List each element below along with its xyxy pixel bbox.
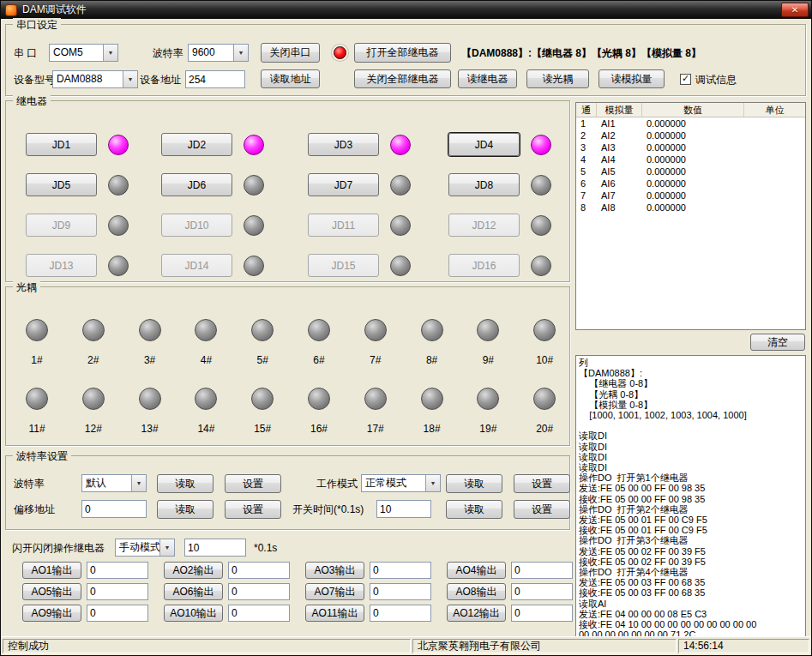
- unit-cell: [744, 190, 805, 202]
- baud-setting-select[interactable]: 默认 ▼: [81, 474, 147, 492]
- opto-channel-label: 19#: [479, 423, 496, 435]
- read-opto-button[interactable]: 读光耦: [526, 69, 589, 88]
- ao-output-button[interactable]: AO2输出: [164, 562, 223, 579]
- col-header-channel[interactable]: 通: [576, 103, 597, 117]
- ao-output-button[interactable]: AO8输出: [447, 583, 506, 600]
- open-all-relays-button[interactable]: 打开全部继电器: [354, 43, 451, 63]
- ao-output-button[interactable]: AO7输出: [305, 583, 364, 600]
- opto-channel: 7#: [363, 319, 388, 366]
- read-analog-button[interactable]: 读模拟量: [598, 69, 665, 88]
- relay-button[interactable]: JD8: [448, 173, 520, 196]
- relay-button[interactable]: JD16: [448, 254, 520, 277]
- relay-button[interactable]: JD7: [308, 173, 379, 196]
- close-all-relays-button[interactable]: 关闭全部继电器: [354, 69, 451, 88]
- analog-name-cell: AI6: [597, 178, 642, 190]
- relay-button[interactable]: JD3: [308, 133, 379, 156]
- close-serial-button[interactable]: 关闭串口: [261, 43, 320, 63]
- relay-led-indicator: [108, 175, 129, 196]
- opto-channel: 12#: [81, 388, 106, 435]
- ao-output-input[interactable]: [511, 583, 573, 600]
- channel-cell: 6: [576, 178, 597, 190]
- value-cell: 0.000000: [642, 166, 744, 178]
- relay-button[interactable]: JD1: [26, 133, 97, 156]
- switch-time-input[interactable]: [376, 500, 431, 518]
- relay-button[interactable]: JD15: [308, 254, 379, 277]
- ao-output-button[interactable]: AO3输出: [305, 562, 364, 579]
- ao-output-input[interactable]: [87, 583, 148, 600]
- relay-button[interactable]: JD2: [161, 133, 232, 156]
- ao-output-input[interactable]: [370, 562, 431, 579]
- opto-channel-label: 5#: [257, 354, 268, 366]
- relay-button[interactable]: JD9: [26, 214, 97, 237]
- title-bar[interactable]: DAM调试软件 ✕: [1, 1, 811, 19]
- ao-output-input[interactable]: [228, 583, 290, 600]
- opto-channel: 11#: [24, 388, 50, 435]
- ao-output-input[interactable]: [87, 605, 148, 622]
- ao-output-input[interactable]: [228, 605, 290, 622]
- read-address-button[interactable]: 读取地址: [261, 69, 320, 88]
- col-header-analog[interactable]: 模拟量: [597, 103, 642, 117]
- switch-time-set-button[interactable]: 设置: [514, 500, 570, 519]
- col-header-value[interactable]: 数值: [642, 103, 744, 117]
- ao-output-button[interactable]: AO12输出: [447, 605, 506, 622]
- relay-button[interactable]: JD6: [161, 173, 232, 196]
- debug-info-checkbox[interactable]: [680, 74, 691, 85]
- close-button[interactable]: ✕: [781, 3, 809, 17]
- ao-output-button[interactable]: AO9输出: [22, 605, 81, 622]
- work-mode-label: 工作模式: [316, 474, 358, 493]
- flash-time-input[interactable]: [184, 539, 246, 557]
- device-address-input[interactable]: [185, 70, 245, 88]
- baud-select[interactable]: 9600 ▼: [188, 44, 249, 62]
- opto-channel-label: 16#: [310, 423, 328, 435]
- table-row: 3 AI3 0.000000: [576, 141, 805, 153]
- debug-log[interactable]: 列 【DAM0888】: 【继电器 0-8】 【光耦 0-8】 【模拟量 0-8…: [575, 355, 806, 639]
- ao-output-button[interactable]: AO6输出: [164, 583, 223, 600]
- chevron-down-icon: ▼: [131, 475, 146, 491]
- offset-address-input[interactable]: [81, 500, 147, 518]
- ao-output-button[interactable]: AO4输出: [447, 562, 506, 579]
- table-row: 2 AI2 0.000000: [576, 129, 805, 141]
- relay-button[interactable]: JD5: [26, 173, 97, 196]
- ao-output-button[interactable]: AO1输出: [22, 562, 81, 579]
- work-mode-select[interactable]: 正常模式 ▼: [361, 474, 441, 492]
- baud-set-button[interactable]: 设置: [225, 474, 281, 493]
- port-select[interactable]: COM5 ▼: [49, 44, 118, 62]
- clear-button[interactable]: 清空: [750, 334, 805, 351]
- ao-output-button[interactable]: AO11输出: [305, 605, 364, 622]
- baud-read-button[interactable]: 读取: [157, 474, 214, 493]
- relay-cell: JD13: [26, 245, 161, 286]
- offset-set-button[interactable]: 设置: [225, 500, 281, 519]
- relay-button[interactable]: JD11: [308, 214, 379, 237]
- ao-output-input[interactable]: [228, 562, 290, 579]
- ao-output-button[interactable]: AO10输出: [164, 605, 223, 622]
- relay-button[interactable]: JD13: [26, 254, 97, 277]
- group-title-opto: 光耦: [13, 280, 40, 295]
- read-relays-button[interactable]: 读继电器: [458, 69, 517, 88]
- opto-led-indicator: [26, 319, 48, 341]
- flash-mode-select[interactable]: 手动模式 ▼: [115, 539, 175, 557]
- col-header-unit[interactable]: 单位: [744, 103, 805, 117]
- ao-output-input[interactable]: [370, 583, 431, 600]
- model-select[interactable]: DAM0888 ▼: [52, 70, 138, 88]
- relay-button[interactable]: JD14: [161, 254, 232, 277]
- ao-output-input[interactable]: [511, 562, 573, 579]
- ao-output-input[interactable]: [370, 605, 431, 622]
- ao-output-button[interactable]: AO5输出: [22, 583, 81, 600]
- switch-time-read-button[interactable]: 读取: [446, 500, 502, 519]
- ao-output-input[interactable]: [87, 562, 148, 579]
- relay-led-indicator: [244, 215, 264, 236]
- ao-output-cell: AO2输出: [164, 562, 305, 583]
- relay-button[interactable]: JD12: [448, 214, 520, 237]
- relay-button[interactable]: JD4: [448, 133, 520, 156]
- ao-output-input[interactable]: [511, 605, 573, 622]
- opto-led-indicator: [421, 319, 443, 341]
- channel-cell: 2: [576, 129, 597, 141]
- relay-button[interactable]: JD10: [161, 214, 232, 237]
- relay-led-indicator: [531, 135, 551, 155]
- work-mode-set-button[interactable]: 设置: [514, 474, 570, 493]
- serial-settings-group: 串口设定 串 口 COM5 ▼ 波特率 9600 ▼ 关闭串口 打开全部继电器 …: [5, 24, 806, 96]
- value-cell: 0.000000: [642, 141, 744, 153]
- work-mode-read-button[interactable]: 读取: [446, 474, 502, 493]
- offset-read-button[interactable]: 读取: [157, 500, 214, 519]
- analog-name-cell: AI5: [597, 166, 642, 178]
